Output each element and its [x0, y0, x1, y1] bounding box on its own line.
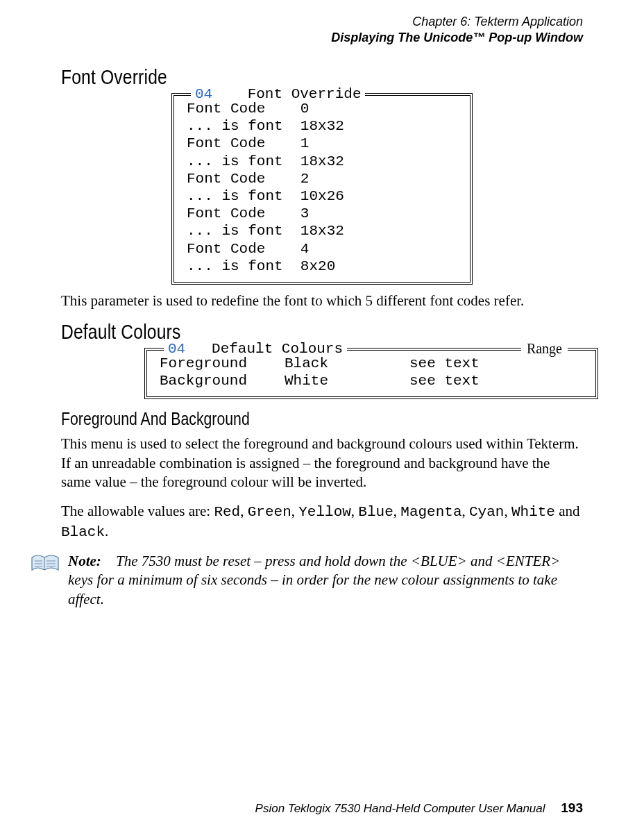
note-body: The 7530 must be reset – press and hold …	[68, 553, 560, 607]
note-label: Note:	[68, 553, 101, 569]
box-number: 04	[195, 86, 212, 102]
page-number: 193	[561, 800, 583, 815]
colour-value: Black	[61, 524, 105, 540]
note-text: Note: The 7530 must be reset – press and…	[68, 552, 583, 610]
fg-bg-para2: The allowable values are: Red, Green, Ye…	[61, 502, 583, 542]
colour-value: Cyan	[469, 504, 504, 520]
colour-cell-range: see text	[409, 372, 583, 389]
book-icon	[31, 553, 60, 574]
page-footer: Psion Teklogix 7530 Hand-Held Computer U…	[255, 800, 583, 816]
colour-cell-name: Background	[160, 372, 285, 389]
colour-value: White	[511, 504, 555, 520]
default-colours-grid: ForegroundBlacksee textBackgroundWhitese…	[160, 355, 583, 389]
font-override-row: Font Code 2	[187, 170, 457, 187]
font-override-rows: Font Code 0... is font 18x32Font Code 1.…	[187, 100, 457, 275]
colour-cell-name: Foreground	[160, 355, 285, 372]
range-legend: Range	[521, 341, 568, 357]
font-override-row: Font Code 4	[187, 240, 457, 258]
font-override-row: ... is font 18x32	[187, 117, 457, 135]
font-override-row: ... is font 18x32	[187, 153, 457, 170]
colour-cell-value: White	[285, 372, 409, 389]
chapter-line: Chapter 6: Tekterm Application	[61, 14, 583, 30]
default-colours-box: 04 Default Colours Range ForegroundBlack…	[144, 348, 598, 399]
font-override-body: This parameter is used to redefine the f…	[61, 292, 583, 311]
fg-bg-para1: This menu is used to select the foregrou…	[61, 435, 583, 492]
chapter-header: Chapter 6: Tekterm Application Displayin…	[61, 14, 583, 45]
font-override-row: Font Code 3	[187, 205, 457, 222]
colour-value: Blue	[358, 504, 393, 520]
colour-value: Magenta	[400, 504, 461, 520]
section-line: Displaying The Unicode™ Pop-up Window	[61, 30, 583, 46]
font-override-row: Font Code 1	[187, 135, 457, 152]
font-override-row: ... is font 8x20	[187, 258, 457, 275]
heading-fg-bg: Foreground And Background	[61, 409, 505, 429]
box-title: Font Override	[248, 86, 362, 102]
font-override-box: 04 Font Override Font Code 0... is font …	[171, 93, 473, 285]
font-override-row: Font Code 0	[187, 100, 457, 117]
colour-cell-range: see text	[409, 355, 583, 372]
box-legend: 04 Default Colours	[164, 341, 347, 357]
colour-value: Red	[214, 504, 240, 520]
colour-value: Green	[248, 504, 291, 520]
font-override-row: ... is font 18x32	[187, 222, 457, 240]
colour-cell-value: Black	[285, 355, 409, 372]
box-number: 04	[168, 341, 185, 357]
box-title: Default Colours	[212, 341, 343, 357]
font-override-row: ... is font 10x26	[187, 187, 457, 205]
box-legend: 04 Font Override	[191, 86, 365, 102]
colour-value: Yellow	[298, 504, 351, 520]
footer-text: Psion Teklogix 7530 Hand-Held Computer U…	[255, 802, 545, 815]
note-block: Note: The 7530 must be reset – press and…	[61, 552, 583, 610]
